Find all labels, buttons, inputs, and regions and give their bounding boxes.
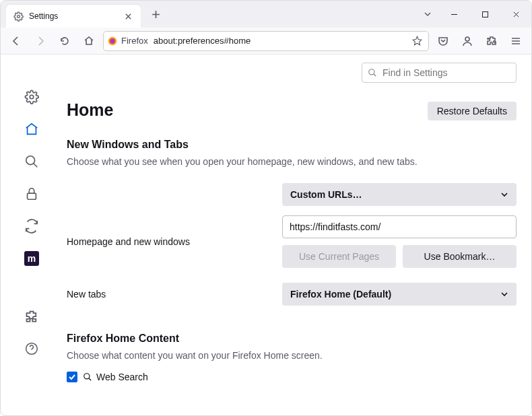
svg-point-9 [369,69,374,75]
section-new-windows-tabs: New Windows and Tabs Choose what you see… [67,139,517,306]
homepage-url-input[interactable] [282,215,517,238]
newtabs-label: New tabs [67,289,282,300]
pocket-button[interactable] [433,31,453,51]
websearch-label: Web Search [83,372,148,382]
settings-main: Find in Settings Home Restore Defaults N… [63,55,531,416]
identity-label: Firefox [121,36,148,46]
mozilla-icon: m [24,251,39,266]
menu-button[interactable] [506,31,526,51]
sidebar-home[interactable] [23,120,40,138]
svg-point-0 [17,15,20,18]
find-placeholder: Find in Settings [383,67,448,78]
minimize-button[interactable] [438,1,469,28]
tab-label: Settings [29,11,117,21]
nwt-desc: Choose what you see when you open your h… [67,156,517,167]
sidebar-privacy[interactable] [23,185,40,203]
search-icon [368,68,377,77]
page-title: Home [67,100,113,120]
fhc-desc: Choose what content you want on your Fir… [67,350,517,361]
url-text: about:preferences#home [154,36,404,46]
fhc-heading: Firefox Home Content [67,333,517,345]
sidebar-general[interactable] [23,88,40,106]
newtabs-select[interactable]: Firefox Home (Default) [282,283,517,306]
nwt-heading: New Windows and Tabs [67,139,517,151]
firefox-icon [108,36,117,46]
check-icon [68,373,76,381]
content: m Find in Settings Home Restore Defaults… [1,55,531,416]
svg-point-5 [30,95,34,99]
extensions-button[interactable] [481,31,502,51]
find-in-settings[interactable]: Find in Settings [362,63,517,83]
chevron-down-icon [500,290,508,298]
svg-rect-1 [482,11,488,17]
tabs-overflow-button[interactable] [417,10,438,18]
use-current-pages-button[interactable]: Use Current Pages [282,245,396,268]
use-bookmark-button[interactable]: Use Bookmark… [403,245,517,268]
sidebar-search[interactable] [23,153,40,170]
reload-button[interactable] [55,31,75,51]
close-icon[interactable] [122,10,134,22]
back-button[interactable] [6,31,26,51]
restore-defaults-button[interactable]: Restore Defaults [428,102,517,120]
account-button[interactable] [457,31,477,51]
chevron-down-icon [500,190,508,199]
maximize-button[interactable] [469,1,500,28]
new-tab-button[interactable] [146,5,165,24]
sidebar-extensions[interactable] [23,308,40,325]
home-button[interactable] [79,31,99,51]
svg-rect-7 [28,193,36,199]
close-window-button[interactable] [500,1,531,28]
identity-box[interactable]: Firefox [108,36,148,46]
forward-button[interactable] [30,31,51,51]
browser-tab[interactable]: Settings [6,5,141,28]
svg-point-4 [465,37,469,41]
homepage-label: Homepage and new windows [67,236,282,247]
sidebar-sync[interactable] [23,217,40,235]
bookmark-star-icon[interactable] [409,36,424,46]
websearch-checkbox[interactable] [67,372,77,382]
search-icon [83,372,92,382]
window-controls [438,1,531,28]
svg-point-10 [84,374,90,379]
homepage-mode-select[interactable]: Custom URLs… [282,183,517,206]
titlebar: Settings [1,1,531,28]
sidebar-help[interactable] [23,340,40,357]
svg-point-3 [110,38,115,43]
toolbar: Firefox about:preferences#home [1,28,531,55]
url-bar[interactable]: Firefox about:preferences#home [103,31,429,51]
settings-sidebar: m [1,55,63,416]
svg-point-6 [26,156,35,165]
gear-icon [13,11,24,22]
section-firefox-home-content: Firefox Home Content Choose what content… [67,333,517,382]
sidebar-more-from-mozilla[interactable]: m [23,250,40,267]
